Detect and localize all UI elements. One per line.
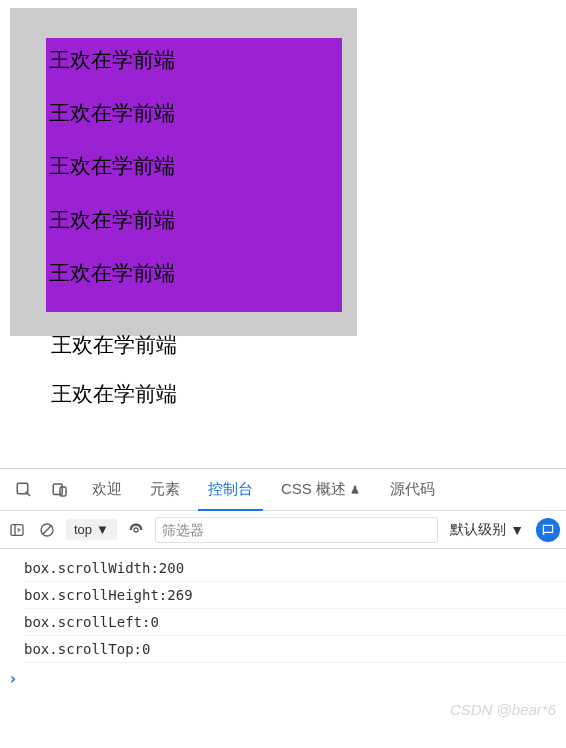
tab-label: CSS 概述 xyxy=(281,480,346,499)
tab-elements[interactable]: 元素 xyxy=(136,469,194,511)
content-line: 王欢在学前端 xyxy=(49,47,342,72)
content-line: 王欢在学前端 xyxy=(49,207,342,232)
content-line: 王欢在学前端 xyxy=(49,260,342,285)
devtools-panel: 欢迎 元素 控制台 CSS 概述 源代码 top ▼ 默认级别 ▼ xyxy=(0,468,566,748)
filter-input[interactable] xyxy=(155,517,438,543)
sidebar-toggle-icon[interactable] xyxy=(6,519,28,541)
svg-rect-1 xyxy=(53,484,62,495)
svg-point-7 xyxy=(134,528,138,532)
svg-rect-3 xyxy=(11,524,23,535)
context-selector[interactable]: top ▼ xyxy=(66,519,117,540)
tab-sources[interactable]: 源代码 xyxy=(376,469,449,511)
chevron-down-icon: ▼ xyxy=(510,522,524,538)
context-label: top xyxy=(74,522,92,537)
console-toolbar: top ▼ 默认级别 ▼ xyxy=(0,511,566,549)
content-line-overflow: 王欢在学前端 xyxy=(51,381,558,406)
console-prompt[interactable]: › xyxy=(0,663,566,694)
level-label: 默认级别 xyxy=(450,521,506,539)
content-line-overflow: 王欢在学前端 xyxy=(51,332,558,357)
tab-console[interactable]: 控制台 xyxy=(194,469,267,511)
inspect-icon[interactable] xyxy=(14,480,34,500)
chevron-down-icon: ▼ xyxy=(96,522,109,537)
devtools-tabstrip: 欢迎 元素 控制台 CSS 概述 源代码 xyxy=(0,469,566,511)
live-expression-icon[interactable] xyxy=(125,519,147,541)
content-line: 王欢在学前端 xyxy=(49,153,342,178)
console-output: box.scrollWidth:200 box.scrollHeight:269… xyxy=(0,549,566,663)
inner-purple-box: 王欢在学前端 王欢在学前端 王欢在学前端 王欢在学前端 王欢在学前端 xyxy=(46,38,342,312)
console-line: box.scrollHeight:269 xyxy=(24,582,566,609)
tab-welcome[interactable]: 欢迎 xyxy=(78,469,136,511)
console-line: box.scrollWidth:200 xyxy=(24,555,566,582)
outer-grey-box: 王欢在学前端 王欢在学前端 王欢在学前端 王欢在学前端 王欢在学前端 xyxy=(10,8,357,336)
device-toggle-icon[interactable] xyxy=(50,480,70,500)
console-line: box.scrollLeft:0 xyxy=(24,609,566,636)
log-level-selector[interactable]: 默认级别 ▼ xyxy=(446,521,528,539)
content-line: 王欢在学前端 xyxy=(49,100,342,125)
issues-icon[interactable] xyxy=(536,518,560,542)
prompt-arrow-icon: › xyxy=(8,669,18,688)
flask-icon xyxy=(350,484,362,496)
tab-css-overview[interactable]: CSS 概述 xyxy=(267,469,376,511)
svg-line-6 xyxy=(43,526,51,534)
console-line: box.scrollTop:0 xyxy=(24,636,566,663)
clear-console-icon[interactable] xyxy=(36,519,58,541)
